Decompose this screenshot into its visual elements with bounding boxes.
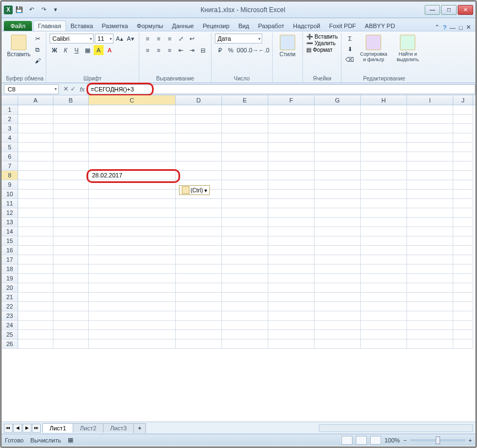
format-painter-icon[interactable]: 🖌 bbox=[32, 56, 42, 66]
row-header[interactable]: 1 bbox=[2, 105, 18, 115]
grow-font-icon[interactable]: A▴ bbox=[115, 34, 124, 44]
cell[interactable] bbox=[268, 265, 315, 274]
cell[interactable] bbox=[18, 161, 53, 171]
cell[interactable] bbox=[222, 283, 268, 293]
cell[interactable] bbox=[222, 218, 268, 227]
cell[interactable] bbox=[18, 105, 53, 115]
zoom-in-button[interactable]: + bbox=[469, 437, 472, 444]
select-all-corner[interactable] bbox=[2, 95, 18, 105]
cell[interactable] bbox=[361, 302, 407, 311]
formula-input[interactable]: =СЕГОДНЯ()+3 bbox=[87, 84, 475, 94]
cell[interactable] bbox=[407, 236, 453, 246]
cell[interactable] bbox=[89, 330, 176, 339]
cell[interactable] bbox=[53, 218, 89, 227]
cell[interactable] bbox=[222, 293, 268, 302]
cell[interactable] bbox=[361, 265, 407, 274]
minimize-button[interactable]: — bbox=[425, 5, 440, 15]
cell[interactable] bbox=[176, 124, 222, 133]
wrap-text-icon[interactable]: ↩ bbox=[187, 34, 197, 44]
align-mid-icon[interactable]: ≡ bbox=[154, 34, 164, 44]
col-header-C[interactable]: C bbox=[89, 95, 176, 105]
cell[interactable] bbox=[176, 171, 222, 180]
fx-icon[interactable]: fx bbox=[78, 86, 87, 93]
sheet-tab-1[interactable]: Лист1 bbox=[42, 423, 73, 433]
qat-more-icon[interactable]: ▾ bbox=[50, 4, 61, 15]
row-header[interactable]: 12 bbox=[2, 208, 18, 218]
cell[interactable] bbox=[453, 330, 473, 339]
cell[interactable] bbox=[18, 274, 53, 283]
sheet-tab-2[interactable]: Лист2 bbox=[73, 423, 104, 433]
cell[interactable] bbox=[453, 218, 473, 227]
cell[interactable] bbox=[18, 133, 53, 143]
cell[interactable] bbox=[176, 115, 222, 124]
cell[interactable] bbox=[361, 274, 407, 283]
cell[interactable] bbox=[361, 161, 407, 171]
cell[interactable] bbox=[361, 133, 407, 143]
cell[interactable] bbox=[361, 293, 407, 302]
cell[interactable] bbox=[361, 171, 407, 180]
cell[interactable] bbox=[407, 115, 453, 124]
cell[interactable] bbox=[18, 218, 53, 227]
cell[interactable] bbox=[361, 218, 407, 227]
cell[interactable] bbox=[407, 199, 453, 208]
cell[interactable] bbox=[18, 208, 53, 218]
cell[interactable] bbox=[268, 143, 315, 152]
cell[interactable] bbox=[53, 255, 89, 265]
cell[interactable] bbox=[361, 330, 407, 339]
sheet-nav-last[interactable]: ⏭ bbox=[32, 424, 41, 433]
cell[interactable] bbox=[268, 208, 315, 218]
cell[interactable] bbox=[53, 302, 89, 311]
cell[interactable] bbox=[176, 293, 222, 302]
cell[interactable] bbox=[361, 321, 407, 330]
cell[interactable] bbox=[315, 293, 361, 302]
tab-insert[interactable]: Вставка bbox=[66, 21, 97, 31]
cell[interactable] bbox=[453, 133, 473, 143]
cell[interactable] bbox=[222, 311, 268, 321]
cell[interactable] bbox=[407, 283, 453, 293]
cell[interactable] bbox=[315, 339, 361, 349]
horizontal-scrollbar[interactable] bbox=[319, 424, 473, 432]
spreadsheet-grid[interactable]: A B C D E F G H I J 1234567828.02.201791… bbox=[2, 95, 475, 422]
cell[interactable] bbox=[222, 133, 268, 143]
cell[interactable] bbox=[176, 218, 222, 227]
cell[interactable] bbox=[407, 265, 453, 274]
cell[interactable] bbox=[89, 283, 176, 293]
cell[interactable] bbox=[89, 339, 176, 349]
cell[interactable] bbox=[222, 236, 268, 246]
cell[interactable] bbox=[361, 283, 407, 293]
tab-abbyy[interactable]: ABBYY PD bbox=[360, 21, 399, 31]
zoom-level[interactable]: 100% bbox=[384, 437, 400, 444]
cell[interactable] bbox=[361, 339, 407, 349]
cell[interactable] bbox=[268, 330, 315, 339]
cell[interactable] bbox=[453, 293, 473, 302]
cell[interactable] bbox=[268, 311, 315, 321]
cell[interactable] bbox=[453, 208, 473, 218]
cell[interactable] bbox=[315, 283, 361, 293]
cell[interactable] bbox=[222, 180, 268, 190]
cell[interactable] bbox=[89, 115, 176, 124]
cell[interactable] bbox=[18, 293, 53, 302]
row-header[interactable]: 26 bbox=[2, 339, 18, 349]
cell[interactable] bbox=[453, 255, 473, 265]
cell[interactable] bbox=[89, 227, 176, 236]
cell[interactable]: 28.02.2017 bbox=[89, 171, 176, 180]
cell[interactable] bbox=[176, 311, 222, 321]
cell[interactable] bbox=[222, 330, 268, 339]
row-header[interactable]: 20 bbox=[2, 283, 18, 293]
cell[interactable] bbox=[407, 246, 453, 255]
cell[interactable] bbox=[89, 236, 176, 246]
col-header-I[interactable]: I bbox=[407, 95, 453, 105]
row-header[interactable]: 18 bbox=[2, 265, 18, 274]
cell[interactable] bbox=[453, 190, 473, 199]
new-sheet-button[interactable]: ✦ bbox=[133, 423, 146, 433]
cell[interactable] bbox=[222, 302, 268, 311]
dec-decimal-icon[interactable]: ←.0 bbox=[259, 45, 269, 55]
cell[interactable] bbox=[176, 255, 222, 265]
close-button[interactable]: ✕ bbox=[458, 5, 473, 15]
wnd-close-icon[interactable]: ✕ bbox=[466, 24, 471, 31]
cell[interactable] bbox=[361, 115, 407, 124]
zoom-thumb[interactable] bbox=[436, 436, 440, 444]
cell[interactable] bbox=[89, 124, 176, 133]
cell[interactable] bbox=[453, 143, 473, 152]
fill-icon[interactable]: ⬇ bbox=[345, 44, 355, 54]
